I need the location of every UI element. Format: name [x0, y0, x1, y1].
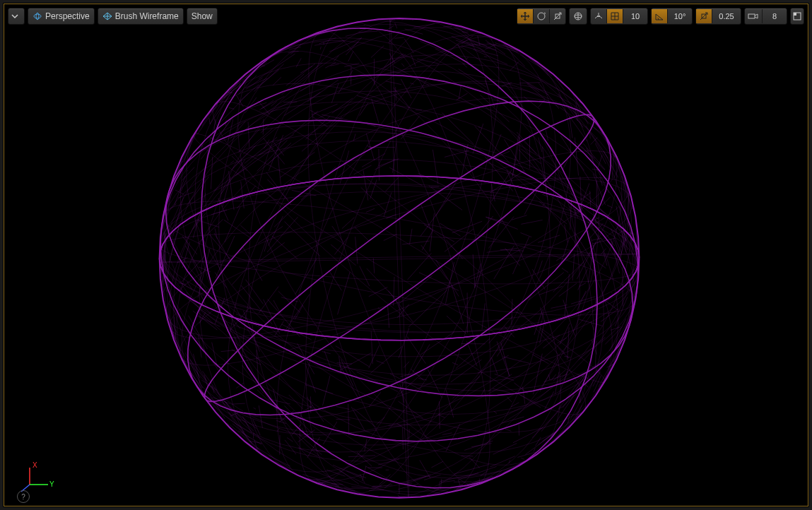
svg-rect-12 — [748, 14, 755, 18]
scale-snap-value[interactable]: 0.25 — [712, 9, 741, 23]
svg-rect-14 — [794, 13, 796, 16]
toolbar-left-group: Perspective Brush Wireframe Show — [8, 8, 218, 23]
wireframe-icon — [102, 12, 112, 20]
help-button[interactable]: ? — [17, 490, 30, 503]
svg-point-0 — [34, 14, 41, 18]
transform-mode-segment — [517, 8, 566, 25]
svg-point-5 — [538, 13, 545, 20]
grid-snap-toggle[interactable] — [606, 9, 623, 23]
scale-snap-segment: 0.25 — [695, 8, 741, 25]
viewmode-dropdown[interactable]: Brush Wireframe — [98, 8, 184, 25]
chevron-down-icon — [11, 13, 18, 20]
rotate-mode-button[interactable] — [533, 9, 549, 23]
angle-snap-value[interactable]: 10° — [667, 9, 692, 23]
translate-mode-button[interactable] — [517, 9, 533, 23]
viewport-options-dropdown[interactable] — [8, 8, 25, 25]
perspective-label: Perspective — [45, 11, 90, 21]
coord-space-segment — [569, 8, 587, 25]
scale-mode-button[interactable] — [549, 9, 565, 23]
show-label: Show — [192, 11, 213, 21]
camera-speed-button[interactable] — [745, 9, 762, 23]
angle-snap-segment: 10° — [651, 8, 693, 25]
coordinate-space-button[interactable] — [570, 9, 587, 23]
help-icon: ? — [21, 493, 25, 501]
perspective-dropdown[interactable]: Perspective — [28, 8, 95, 25]
show-dropdown[interactable]: Show — [187, 8, 218, 25]
toolbar-right-group: 10 10° 0.25 8 — [517, 8, 804, 23]
viewport-frame: Perspective Brush Wireframe Show — [4, 4, 808, 506]
axis-x-label: X — [33, 461, 37, 469]
surface-snap-button[interactable] — [591, 9, 606, 23]
camera-speed-segment: 8 — [744, 8, 787, 25]
viewport-canvas[interactable] — [4, 4, 808, 506]
grid-snap-value[interactable]: 10 — [623, 9, 647, 23]
snap-segment: 10 — [590, 8, 648, 25]
perspective-icon — [33, 12, 42, 20]
viewmode-label: Brush Wireframe — [115, 11, 179, 21]
scale-snap-toggle[interactable] — [696, 9, 712, 23]
maximize-viewport-button[interactable] — [790, 8, 804, 25]
maximize-icon — [793, 12, 801, 20]
axis-y-label: Y — [49, 480, 54, 488]
angle-snap-toggle[interactable] — [652, 9, 667, 23]
camera-speed-value[interactable]: 8 — [762, 9, 787, 23]
